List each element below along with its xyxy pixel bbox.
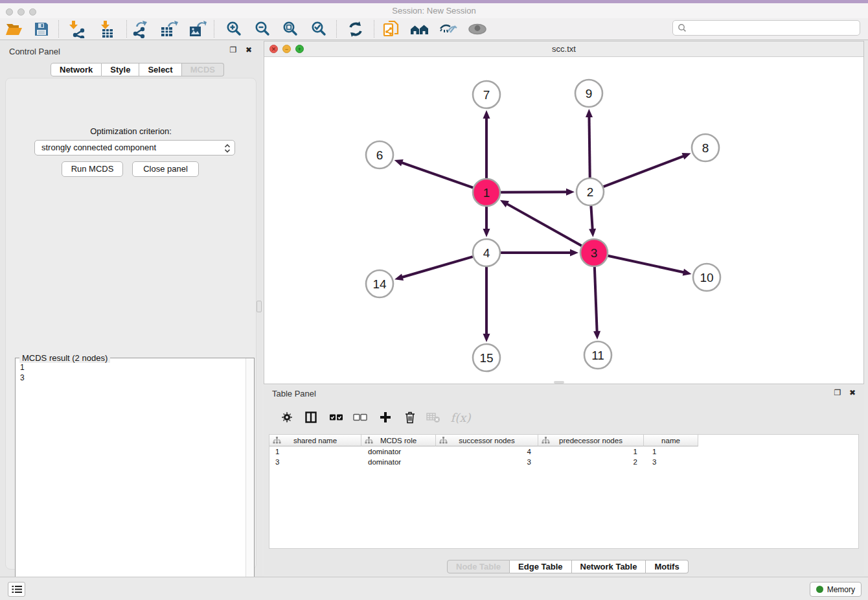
add-column-icon[interactable] [375,407,396,428]
search-icon [678,23,687,32]
mcds-panel: Optimization criterion: strongly connect… [5,78,257,570]
control-panel-title: Control Panel [9,47,60,56]
float-table-panel-icon[interactable]: ❐ [832,387,843,398]
settings-gear-icon[interactable] [277,407,297,428]
import-table-icon[interactable] [95,19,119,39]
graph-node-7[interactable]: 7 [473,81,500,108]
refresh-layout-icon[interactable] [344,19,367,39]
graph-node-11[interactable]: 11 [584,341,611,369]
export-image-icon[interactable] [186,19,209,39]
table-cell[interactable]: 4 [437,446,540,457]
graph-node-3[interactable]: 3 [580,239,608,266]
graph-edge-2-8[interactable] [604,153,691,187]
table-cell[interactable]: 3 [269,457,362,467]
zoom-selected-icon[interactable] [308,19,331,39]
table-cell[interactable]: 3 [646,457,702,467]
table-cell[interactable]: 3 [437,457,540,467]
graph-edge-2-3[interactable] [589,206,596,237]
graph-node-4[interactable]: 4 [473,239,500,266]
zoom-out-icon[interactable] [251,19,275,39]
export-network-icon[interactable] [130,19,153,39]
table-cell[interactable]: 1 [646,446,702,457]
graph-node-2[interactable]: 2 [577,178,604,205]
close-panel-icon[interactable]: ✖ [244,45,254,55]
column-header-successor-nodes[interactable]: successor nodes [436,435,538,446]
tab-mcds[interactable]: MCDS [182,63,224,76]
svg-text:7: 7 [483,88,490,102]
column-header-name[interactable]: name [644,435,698,446]
memory-button[interactable]: Memory [810,582,862,597]
zoom-in-icon[interactable] [223,19,246,39]
table-cell[interactable]: dominator [362,446,437,457]
graph-node-1[interactable]: 1 [473,179,500,206]
table-cell[interactable]: 2 [540,457,646,467]
column-header-label: shared name [293,437,337,444]
graph-edge-1-4[interactable] [483,207,490,237]
graph-edge-3-1[interactable] [500,200,582,246]
toolbar-separator [126,20,127,38]
tab-network-table[interactable]: Network Table [572,560,646,573]
import-network-icon[interactable] [65,19,88,39]
graph-node-9[interactable]: 9 [575,80,602,107]
run-mcds-button[interactable]: Run MCDS [62,161,123,177]
close-panel-button[interactable]: Close panel [132,161,199,177]
graph-node-10[interactable]: 10 [693,264,720,291]
table-cell[interactable]: 1 [269,446,362,457]
graph-edge-1-7[interactable] [483,110,490,178]
toolbar-separator [58,20,59,38]
hide-selected-icon[interactable] [437,19,460,39]
panel-splitter-handle[interactable] [257,301,262,312]
view-resize-handle[interactable] [554,381,564,384]
graph-node-6[interactable]: 6 [366,141,393,168]
tab-motifs[interactable]: Motifs [646,560,688,573]
graph-edge-4-14[interactable] [394,257,473,281]
table-row[interactable]: 3dominator323 [269,457,702,467]
network-from-selection-icon[interactable] [380,19,403,39]
column-visibility-icon[interactable] [301,407,321,428]
tab-select[interactable]: Select [139,63,181,76]
zoom-fit-icon[interactable] [279,19,303,39]
column-header-predecessor-nodes[interactable]: predecessor nodes [538,435,644,446]
deselect-all-icon[interactable] [350,407,371,428]
chevron-up-down-icon [223,143,232,159]
tab-network[interactable]: Network [51,63,102,76]
export-table-icon[interactable] [157,19,181,39]
tab-edge-table[interactable]: Edge Table [510,560,571,573]
graph-edge-3-11[interactable] [593,267,600,340]
optimization-criterion-select[interactable]: strongly connected component [34,140,235,156]
network-window-titlebar[interactable]: ✕ − + scc.txt [264,41,863,57]
function-builder-icon[interactable]: f(x) [448,407,474,428]
network-graph[interactable]: 7968124314101511 [264,57,863,384]
node-table[interactable]: shared nameMCDS rolesuccessor nodesprede… [269,434,859,549]
graph-node-14[interactable]: 14 [366,270,393,297]
delete-table-icon[interactable] [423,407,444,428]
search-input[interactable] [690,23,860,32]
table-cell[interactable]: 1 [540,446,646,457]
graph-node-8[interactable]: 8 [692,134,719,161]
table-row[interactable]: 1dominator411 [269,446,702,457]
graph-edge-2-9[interactable] [586,109,593,178]
select-all-icon[interactable] [326,407,347,428]
graph-edge-1-6[interactable] [394,159,474,188]
float-panel-icon[interactable]: ❐ [228,45,238,55]
graph-edge-3-10[interactable] [608,256,691,276]
graph-node-15[interactable]: 15 [473,344,500,371]
delete-column-icon[interactable] [400,407,420,428]
graph-edge-4-15[interactable] [483,267,490,342]
control-panel: Control Panel ❐ ✖ NetworkStyleSelectMCDS… [0,41,262,577]
first-neighbors-icon[interactable] [408,19,431,39]
graph-edge-4-3[interactable] [501,249,578,257]
table-panel-title: Table Panel [272,389,316,398]
tab-style[interactable]: Style [102,63,139,76]
close-table-panel-icon[interactable]: ✖ [847,387,858,398]
graph-edge-1-2[interactable] [501,189,575,196]
table-cell[interactable]: dominator [362,457,437,467]
tab-node-table[interactable]: Node Table [447,560,510,573]
column-header-MCDS-role[interactable]: MCDS role [361,435,436,446]
column-header-shared-name[interactable]: shared name [269,435,361,446]
task-history-button[interactable] [8,582,25,597]
open-icon[interactable] [3,19,26,39]
show-all-icon[interactable] [466,19,489,39]
result-scrollbar[interactable] [246,358,254,600]
save-icon[interactable] [30,19,53,39]
